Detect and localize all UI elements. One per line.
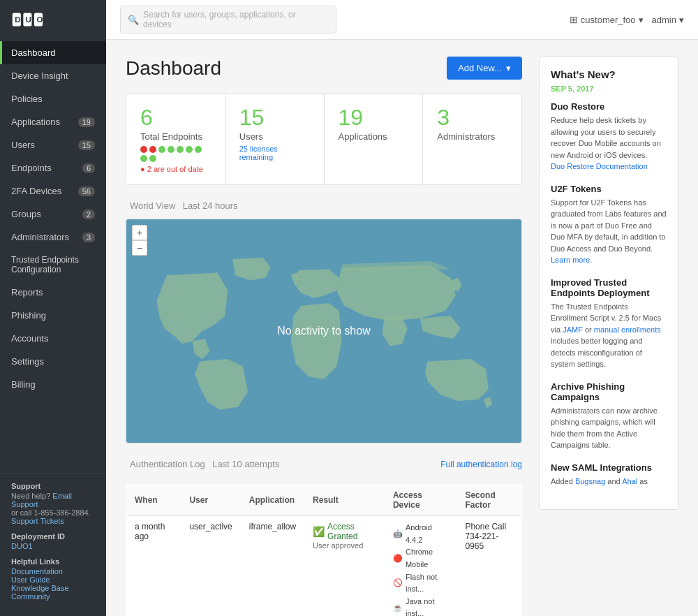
auth-log-subtitle: Last 10 attempts — [212, 459, 279, 469]
col-access-device: Access Device — [385, 485, 456, 516]
helpful-links-label: Helpful Links — [11, 557, 95, 566]
device-flash: 🚫 Flash not inst... — [393, 571, 448, 596]
nav-items: Dashboard Device Insight Policies Applic… — [0, 41, 106, 396]
users-number: 15 — [239, 105, 310, 130]
users-licenses[interactable]: 25 licenses remaining — [239, 145, 310, 161]
applications-number: 19 — [339, 105, 409, 130]
add-new-button[interactable]: Add New... ▾ — [447, 57, 522, 80]
sidebar-item-dashboard-label: Dashboard — [11, 47, 56, 58]
sidebar-item-device-insight[interactable]: Device Insight — [0, 64, 106, 87]
news-title-1: U2F Tokens — [551, 184, 667, 194]
news-text-4: Added Bugsnag and Ahal as — [551, 476, 667, 487]
news-title-3: Archive Phishing Campaigns — [551, 381, 667, 402]
news-item-4: New SAML Integrations Added Bugsnag and … — [551, 462, 667, 487]
grid-icon: ⊞ — [570, 14, 578, 25]
whats-new-panel: What's New? Sep 5, 2017 Duo Restore Redu… — [539, 57, 678, 510]
stat-applications: 19 Applications — [325, 94, 424, 184]
stats-row: 6 Total Endpoints ● — [126, 94, 522, 185]
header: 🔍 Search for users, groups, applications… — [106, 0, 698, 40]
ahal-link[interactable]: Ahal — [622, 477, 637, 485]
dot-green-1 — [158, 146, 165, 153]
auth-log-table: When User Application Result Access Devi… — [126, 484, 522, 616]
stat-endpoints: 6 Total Endpoints ● — [126, 94, 225, 184]
users-label: Users — [239, 131, 310, 142]
sidebar-item-users[interactable]: Users 15 — [0, 133, 106, 156]
auth-table-header-row: When User Application Result Access Devi… — [126, 485, 522, 516]
sidebar-item-trusted-endpoints-label: Trusted Endpoints Configuration — [11, 255, 95, 274]
sidebar-item-reports[interactable]: Reports — [0, 281, 106, 304]
news-title-4: New SAML Integrations — [551, 462, 667, 473]
cell-application: iframe_allow — [241, 516, 304, 616]
admin-selector[interactable]: admin ▾ — [652, 15, 684, 25]
endpoints-label: Total Endpoints — [140, 131, 211, 142]
access-device-list: 🤖 Android 4.4.2 🔴 Chrome Mobile 🚫 Flash — [393, 522, 448, 616]
sidebar-item-administrators-label: Administrators — [11, 232, 69, 242]
sidebar-item-applications[interactable]: Applications 19 — [0, 110, 106, 133]
knowledge-base-link[interactable]: Knowledge Base — [11, 584, 95, 592]
check-circle-icon: ✅ — [313, 526, 325, 537]
sidebar-item-endpoints[interactable]: Endpoints 6 — [0, 156, 106, 179]
col-user: User — [181, 485, 240, 516]
add-new-label: Add New... — [458, 63, 502, 73]
sidebar-item-trusted-endpoints[interactable]: Trusted Endpoints Configuration — [0, 249, 106, 281]
sidebar-item-dashboard[interactable]: Dashboard — [0, 41, 106, 64]
sidebar-item-accounts[interactable]: Accounts — [0, 327, 106, 350]
map-zoom-in-button[interactable]: + — [132, 225, 147, 240]
sidebar-item-endpoints-label: Endpoints — [11, 163, 52, 173]
add-new-chevron-icon: ▾ — [506, 63, 511, 73]
sidebar-item-phishing-label: Phishing — [11, 310, 46, 321]
news-text-2: The Trusted Endpoints Enrollment Script … — [551, 301, 667, 370]
user-guide-link[interactable]: User Guide — [11, 575, 95, 584]
news-link-1[interactable]: Learn more. — [551, 256, 592, 264]
jamf-link[interactable]: JAMF — [563, 325, 583, 334]
stat-administrators: 3 Administrators — [423, 94, 521, 184]
sidebar-item-device-insight-label: Device Insight — [11, 71, 68, 81]
endpoints-badge: 6 — [82, 163, 95, 173]
map-zoom-out-button[interactable]: − — [132, 240, 147, 256]
search-placeholder: Search for users, groups, applications, … — [143, 10, 325, 29]
content-main: Dashboard Add New... ▾ 6 Total Endpoints — [126, 57, 522, 599]
whats-new-title: What's New? — [551, 68, 667, 80]
device-android: 🤖 Android 4.4.2 — [393, 522, 448, 546]
sidebar-item-phishing[interactable]: Phishing — [0, 304, 106, 327]
world-map-svg — [126, 219, 521, 443]
cell-user: user_active — [181, 516, 240, 616]
content-area: Dashboard Add New... ▾ 6 Total Endpoints — [106, 40, 698, 616]
whats-new-date: Sep 5, 2017 — [551, 85, 667, 93]
full-auth-log-link[interactable]: Full authentication log — [440, 460, 522, 469]
documentation-link[interactable]: Documentation — [11, 567, 95, 575]
community-link[interactable]: Community — [11, 592, 95, 601]
customer-selector[interactable]: ⊞ customer_foo ▾ — [570, 14, 644, 25]
sidebar-item-groups[interactable]: Groups 2 — [0, 203, 106, 226]
chevron-down-icon: ▾ — [639, 15, 644, 25]
result-sub-text: User approved — [313, 541, 376, 550]
bugsnag-link[interactable]: Bugsnag — [575, 477, 605, 485]
dot-green-7 — [149, 155, 156, 162]
deployment-id-value[interactable]: DUO1 — [11, 542, 33, 550]
dot-green-2 — [168, 146, 174, 153]
world-view-title: World View — [130, 200, 175, 211]
sidebar-item-policies[interactable]: Policies — [0, 87, 106, 110]
users-badge: 15 — [78, 140, 95, 150]
sidebar-item-administrators[interactable]: Administrators 3 — [0, 226, 106, 249]
header-right: ⊞ customer_foo ▾ admin ▾ — [570, 14, 684, 25]
support-phone: or call 1-855-386-2884. — [11, 508, 95, 517]
dot-green-6 — [140, 155, 147, 162]
sidebar-logo: D U O — [0, 0, 106, 41]
sidebar-item-accounts-label: Accounts — [11, 333, 48, 344]
customer-name: customer_foo — [581, 15, 636, 25]
sidebar-item-billing[interactable]: Billing — [0, 373, 106, 396]
sidebar-item-2fa-devices[interactable]: 2FA Devices 56 — [0, 179, 106, 203]
sidebar-item-billing-label: Billing — [11, 379, 36, 390]
manual-enrollments-link[interactable]: manual enrollments — [594, 325, 661, 334]
page-header: Dashboard Add New... ▾ — [126, 57, 522, 80]
cell-second-factor: Phone Call 734-221-0965 — [456, 516, 521, 616]
col-application: Application — [241, 485, 304, 516]
support-tickets-link[interactable]: Support Tickets — [11, 517, 95, 525]
news-link-0[interactable]: Duo Restore Documentation — [551, 161, 667, 173]
search-box[interactable]: 🔍 Search for users, groups, applications… — [120, 6, 336, 34]
android-icon: 🤖 — [393, 528, 403, 541]
sidebar-item-settings[interactable]: Settings — [0, 350, 106, 373]
stat-users: 15 Users 25 licenses remaining — [225, 94, 325, 184]
dot-green-3 — [177, 146, 184, 153]
